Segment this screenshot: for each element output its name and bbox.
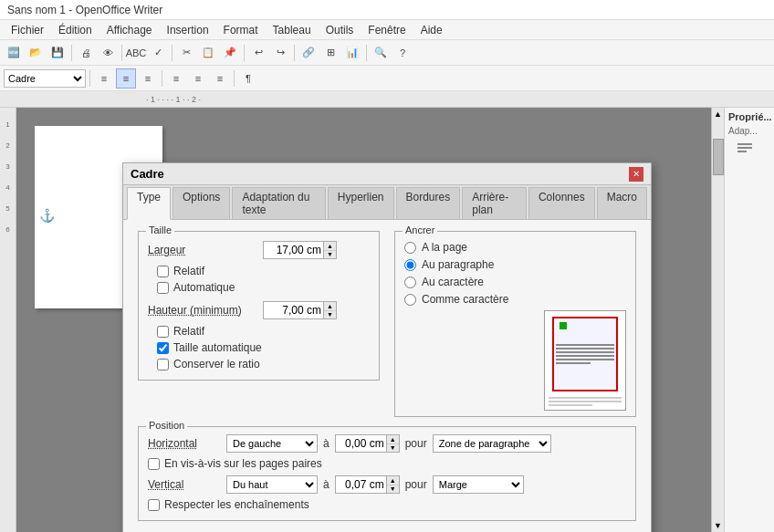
- paste-btn[interactable]: 📌: [220, 43, 240, 63]
- hauteur-spinner[interactable]: ▲ ▼: [323, 302, 336, 318]
- menu-fenetre[interactable]: Fenêtre: [361, 22, 413, 38]
- ancrer-caractere-label: Au caractère: [422, 276, 484, 288]
- ancrer-section: Ancrer A la page Au paragraphe: [394, 231, 636, 426]
- hauteur-input-group: ▲ ▼: [263, 301, 337, 319]
- ancrer-caractere-radio[interactable]: [404, 276, 416, 288]
- align-right-btn[interactable]: ≡: [138, 68, 158, 89]
- ancrer-box: Ancrer A la page Au paragraphe: [394, 231, 636, 417]
- h-offset-input[interactable]: [336, 435, 386, 452]
- preview-bottom-lines: [549, 397, 622, 406]
- align-center-btn[interactable]: ≡: [116, 68, 136, 89]
- style-dropdown[interactable]: Cadre: [4, 69, 86, 88]
- dialog-overlay: Cadre ✕ Type Options Adaptation du texte…: [0, 108, 774, 532]
- relatif1-checkbox[interactable]: [157, 266, 169, 277]
- hauteur-up[interactable]: ▲: [324, 302, 336, 311]
- v-ref-dropdown[interactable]: Marge: [433, 475, 524, 494]
- spell2-btn[interactable]: ✓: [148, 43, 168, 63]
- vis-a-vis-label: En vis-à-vis sur les pages paires: [164, 457, 322, 470]
- menu-fichier[interactable]: Fichier: [4, 22, 51, 38]
- taille-auto-checkbox[interactable]: [157, 342, 169, 354]
- v-down[interactable]: ▼: [387, 485, 399, 494]
- dialog-titlebar: Cadre ✕: [123, 163, 651, 185]
- hauteur-down[interactable]: ▼: [324, 311, 336, 319]
- ancrer-paragraphe-radio[interactable]: [404, 259, 416, 271]
- undo-btn[interactable]: ↩: [248, 43, 268, 63]
- link-btn[interactable]: 🔗: [298, 43, 319, 63]
- respecter-label: Respecter les enchaînements: [164, 498, 309, 511]
- menu-insertion[interactable]: Insertion: [160, 22, 216, 38]
- para-btn[interactable]: ¶: [238, 68, 258, 89]
- v-offset-input[interactable]: [336, 476, 386, 493]
- ancrer-comme-radio[interactable]: [404, 294, 416, 306]
- taille-box: Taille Largeur ▲ ▼: [138, 231, 380, 381]
- new-btn[interactable]: 🆕: [4, 43, 24, 63]
- ancrer-page-radio[interactable]: [404, 242, 416, 254]
- relatif2-row: Relatif: [157, 325, 370, 338]
- menu-affichage[interactable]: Affichage: [99, 22, 160, 38]
- hauteur-row: Hauteur (minimum) ▲ ▼: [148, 301, 370, 319]
- a-label-h: à: [323, 437, 329, 450]
- menu-format[interactable]: Format: [216, 22, 266, 38]
- h-down[interactable]: ▼: [387, 444, 399, 453]
- app-title: Sans nom 1 - OpenOffice Writer: [7, 4, 162, 16]
- sep6: [366, 45, 367, 61]
- respecter-checkbox[interactable]: [148, 499, 160, 511]
- largeur-up[interactable]: ▲: [324, 242, 336, 251]
- cadre-dialog: Cadre ✕ Type Options Adaptation du texte…: [122, 162, 652, 532]
- ancrer-comme-label: Comme caractère: [422, 293, 508, 306]
- tab-type[interactable]: Type: [127, 187, 171, 220]
- menu-edition[interactable]: Édition: [51, 22, 99, 38]
- zoom-btn[interactable]: 🔍: [371, 43, 391, 63]
- h-ref-dropdown[interactable]: Zone de paragraphe: [433, 434, 551, 453]
- justify3-btn[interactable]: ≡: [210, 68, 230, 89]
- print-btn[interactable]: 🖨: [76, 43, 96, 63]
- largeur-down[interactable]: ▼: [324, 251, 336, 259]
- automatique-checkbox[interactable]: [157, 282, 169, 294]
- copy-btn[interactable]: 📋: [198, 43, 218, 63]
- chart-btn[interactable]: 📊: [342, 43, 362, 63]
- spell-btn[interactable]: ABC: [126, 43, 146, 63]
- horizontal-row: Horizontal De gauche à ▲ ▼ pour: [148, 434, 626, 453]
- tab-adaptation[interactable]: Adaptation du texte: [232, 187, 325, 219]
- conserver-checkbox[interactable]: [157, 359, 169, 370]
- redo-btn[interactable]: ↪: [270, 43, 290, 63]
- align-left-btn[interactable]: ≡: [94, 68, 114, 89]
- anchor-preview: [544, 310, 626, 411]
- tab-colonnes[interactable]: Colonnes: [528, 187, 595, 219]
- h-up[interactable]: ▲: [387, 435, 399, 444]
- justify-btn[interactable]: ≡: [166, 68, 186, 89]
- v-up[interactable]: ▲: [387, 476, 399, 485]
- menu-outils[interactable]: Outils: [319, 22, 361, 38]
- cut-btn[interactable]: ✂: [176, 43, 196, 63]
- ancrer-paragraphe-row: Au paragraphe: [404, 258, 626, 271]
- open-btn[interactable]: 📂: [26, 43, 46, 63]
- h-offset-spinner[interactable]: ▲ ▼: [386, 435, 399, 452]
- tab-options[interactable]: Options: [173, 187, 230, 219]
- sep8: [162, 70, 162, 87]
- dialog-close-button[interactable]: ✕: [629, 167, 643, 182]
- menu-tableau[interactable]: Tableau: [266, 22, 319, 38]
- tab-hyperlien[interactable]: Hyperlien: [328, 187, 394, 219]
- largeur-input[interactable]: [264, 242, 323, 258]
- preview-lines: [556, 344, 614, 388]
- menu-aide[interactable]: Aide: [413, 22, 450, 38]
- vertical-dropdown[interactable]: Du haut: [226, 475, 318, 494]
- tab-arriere-plan[interactable]: Arrière-plan: [462, 187, 527, 219]
- preview-btn[interactable]: 👁: [98, 43, 118, 63]
- taille-auto-label: Taille automatique: [173, 341, 262, 354]
- pour-label-h: pour: [405, 437, 427, 450]
- tab-bordures[interactable]: Bordures: [396, 187, 461, 219]
- help-btn[interactable]: ?: [392, 43, 413, 63]
- save-btn[interactable]: 💾: [47, 43, 68, 63]
- v-offset-group: ▲ ▼: [335, 475, 400, 494]
- vis-a-vis-checkbox[interactable]: [148, 458, 160, 470]
- largeur-spinner[interactable]: ▲ ▼: [323, 242, 336, 258]
- horizontal-dropdown[interactable]: De gauche: [226, 434, 318, 453]
- sep4: [244, 45, 245, 61]
- tab-macro[interactable]: Macro: [597, 187, 647, 219]
- table-btn[interactable]: ⊞: [320, 43, 340, 63]
- relatif2-checkbox[interactable]: [157, 326, 169, 338]
- v-offset-spinner[interactable]: ▲ ▼: [386, 476, 399, 493]
- justify2-btn[interactable]: ≡: [188, 68, 208, 89]
- hauteur-input[interactable]: [264, 302, 323, 318]
